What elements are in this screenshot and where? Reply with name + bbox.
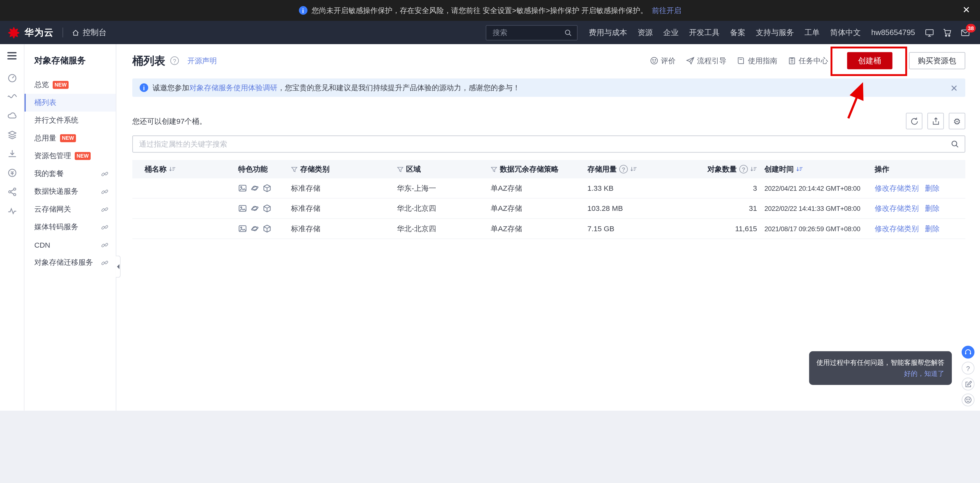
sidebar-item-oms[interactable]: 对象存储迁移服务 (24, 254, 116, 272)
box-feature-icon[interactable] (263, 224, 272, 233)
nav-devtools[interactable]: 开发工具 (689, 27, 719, 38)
rail-monitor-icon[interactable] (7, 92, 17, 102)
modify-class-link[interactable]: 修改存储类别 (875, 183, 919, 192)
sidebar-item-total-usage[interactable]: 总用量 NEW (24, 129, 116, 147)
sort-icon[interactable] (751, 166, 757, 172)
col-object-count[interactable]: 对象数量 ? (704, 164, 765, 175)
flow-guide-button[interactable]: 流程引导 (686, 56, 726, 66)
notice-close-icon[interactable]: ✕ (963, 5, 970, 14)
rail-download-icon[interactable] (7, 149, 17, 159)
filter-icon[interactable] (291, 166, 298, 172)
sidebar-item-package-mgmt[interactable]: 资源包管理 NEW (24, 147, 116, 165)
col-bucket-name[interactable]: 桶名称 (132, 164, 239, 175)
customer-service-button[interactable] (962, 346, 975, 359)
nav-billing[interactable]: 费用与成本 (589, 27, 627, 38)
rail-dashboard-icon[interactable] (7, 73, 17, 83)
box-feature-icon[interactable] (263, 184, 272, 193)
user-guide-button[interactable]: 使用指南 (737, 56, 777, 66)
modify-class-link[interactable]: 修改存储类别 (875, 204, 919, 212)
settings-button[interactable]: ⚙ (949, 113, 966, 129)
survey-link[interactable]: 对象存储服务使用体验调研 (189, 83, 278, 92)
rate-button[interactable]: 评价 (650, 56, 676, 66)
global-search[interactable] (486, 25, 578, 40)
globe-feature-icon[interactable] (251, 224, 259, 233)
global-search-input[interactable] (492, 28, 565, 38)
rail-layers-icon[interactable] (7, 130, 17, 140)
menu-hamburger-icon[interactable] (7, 52, 17, 60)
task-center-button[interactable]: 任务中心 (788, 56, 828, 66)
sidebar-collapse-handle[interactable] (116, 256, 121, 278)
refresh-icon (910, 117, 918, 125)
col-created[interactable]: 创建时间 (764, 164, 875, 175)
filter-icon[interactable] (397, 166, 404, 172)
image-feature-icon[interactable] (239, 224, 247, 233)
rail-share-icon[interactable] (7, 187, 17, 197)
sidebar-item-media-transcode[interactable]: 媒体转码服务 (24, 218, 116, 236)
col-storage-class[interactable]: 存储类别 (291, 164, 397, 175)
box-feature-icon[interactable] (263, 204, 272, 213)
help-icon[interactable]: ? (170, 56, 179, 65)
console-monitor-icon[interactable] (925, 28, 934, 37)
col-redundancy[interactable]: 数据冗余存储策略 (491, 164, 587, 175)
col-usage[interactable]: 存储用量 ? (587, 164, 704, 175)
satisfaction-button[interactable] (962, 394, 975, 406)
table-row: 标准存储 华东-上海一 单AZ存储 1.33 KB 3 2022/04/21 2… (132, 179, 965, 199)
globe-feature-icon[interactable] (251, 204, 259, 213)
export-button[interactable] (928, 113, 944, 129)
search-icon[interactable] (945, 140, 965, 148)
banner-close-icon[interactable]: ✕ (950, 83, 958, 92)
search-icon[interactable] (564, 29, 572, 37)
sidebar-item-my-plan[interactable]: 我的套餐 (24, 165, 116, 183)
service-sidebar: 对象存储服务 总览 NEW 桶列表 并行文件系统 总用量 NEW 资源包管理 N… (24, 44, 116, 411)
sidebar-item-parallel-fs[interactable]: 并行文件系统 (24, 112, 116, 129)
sort-icon[interactable] (169, 166, 176, 172)
opensource-link[interactable]: 开源声明 (188, 56, 217, 66)
image-feature-icon[interactable] (239, 204, 247, 213)
sort-icon-active[interactable] (796, 166, 803, 172)
sidebar-item-cdn[interactable]: CDN (24, 236, 116, 254)
delete-link[interactable]: 删除 (925, 204, 940, 212)
nav-support[interactable]: 支持与服务 (756, 27, 794, 38)
image-feature-icon[interactable] (239, 184, 247, 193)
filter-icon[interactable] (491, 166, 498, 172)
assistant-confirm-link[interactable]: 好的，知道了 (816, 368, 945, 379)
delete-link[interactable]: 删除 (925, 183, 940, 192)
user-account[interactable]: hw85654795 (871, 28, 915, 37)
nav-ticket[interactable]: 工单 (804, 27, 820, 38)
console-link[interactable]: 控制台 (72, 27, 107, 38)
rail-analytics-icon[interactable] (7, 206, 17, 216)
buy-package-button[interactable]: 购买资源包 (909, 52, 965, 69)
sidebar-item-storage-gateway[interactable]: 云存储网关 (24, 201, 116, 218)
nav-resources[interactable]: 资源 (638, 27, 653, 38)
nav-language[interactable]: 简体中文 (830, 27, 861, 38)
help-float-button[interactable]: ? (962, 362, 975, 375)
brand[interactable]: 华为云 (7, 26, 54, 39)
nav-icp[interactable]: 备案 (730, 27, 746, 38)
filter-search-input[interactable] (133, 140, 945, 148)
globe-feature-icon[interactable] (251, 184, 259, 193)
nav-enterprise[interactable]: 企业 (663, 27, 679, 38)
delete-link[interactable]: 删除 (925, 224, 940, 233)
rail-billing-icon[interactable] (7, 168, 17, 178)
refresh-button[interactable] (906, 113, 923, 129)
help-icon[interactable]: ? (619, 165, 628, 174)
sidebar-item-overview[interactable]: 总览 NEW (24, 76, 116, 94)
enable-protection-link[interactable]: 前往开启 (652, 5, 681, 16)
modify-class-link[interactable]: 修改存储类别 (875, 224, 919, 233)
cart-icon[interactable] (943, 28, 952, 37)
huawei-cloud-console: i 您尚未开启敏感操作保护，存在安全风险，请您前往 安全设置>敏感操作>操作保护… (0, 0, 980, 483)
header-divider (62, 28, 63, 38)
sidebar-item-bucket-list[interactable]: 桶列表 (24, 94, 116, 112)
col-region[interactable]: 区域 (397, 164, 491, 175)
info-icon: i (140, 83, 148, 92)
create-bucket-button[interactable]: 创建桶 (847, 52, 892, 69)
feedback-button[interactable] (962, 378, 975, 391)
sort-icon[interactable] (630, 166, 637, 172)
created-cell: 2021/08/17 09:26:59 GMT+08:00 (764, 225, 875, 233)
page-toolbar: 评价 流程引导 使用指南 任务中心 创建桶 (650, 52, 966, 69)
mail-icon[interactable]: 38 (960, 28, 970, 37)
rail-cloud-icon[interactable] (7, 111, 17, 121)
paper-plane-icon (686, 56, 695, 65)
help-icon[interactable]: ? (740, 165, 748, 174)
sidebar-item-data-express[interactable]: 数据快递服务 (24, 183, 116, 201)
